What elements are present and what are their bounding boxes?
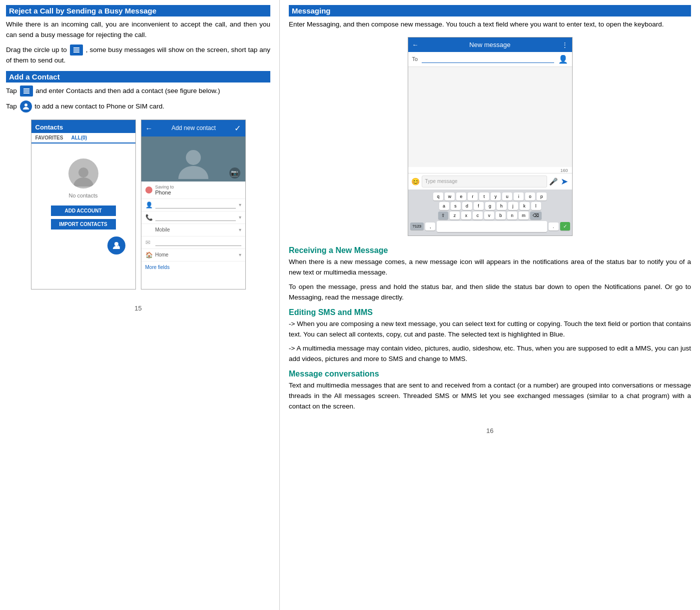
msg-char-count: 160 — [408, 167, 572, 173]
add-contact-para2: Tap to add a new contact to Phone or SIM… — [6, 100, 270, 112]
section-reject-call: Reject a Call by Sending a Busy Message … — [6, 5, 270, 66]
receiving-para1: When there is a new message comes, a new… — [289, 257, 691, 278]
key-i[interactable]: i — [514, 192, 524, 200]
contacts-screen-title: Contacts — [35, 124, 63, 131]
key-s[interactable]: s — [451, 202, 461, 210]
key-b[interactable]: b — [496, 212, 506, 220]
key-u[interactable]: u — [502, 192, 512, 200]
add-contact-avatar-area: 📷 — [141, 136, 245, 182]
add-account-button[interactable]: ADD ACCOUNT — [51, 206, 116, 216]
back-arrow-icon[interactable]: ← — [145, 124, 153, 132]
keyboard-row-3: ⇧ z x c v b n m ⌫ — [410, 212, 570, 220]
msg-type-input[interactable]: Type message — [422, 176, 547, 188]
msg-to-row: To 👤 — [408, 52, 572, 67]
key-n[interactable]: n — [507, 212, 517, 220]
left-column: Reject a Call by Sending a Busy Message … — [0, 0, 280, 610]
contacts-body: No contacts ADD ACCOUNT IMPORT CONTACTS — [31, 144, 135, 260]
svg-point-11 — [186, 150, 201, 165]
msg-mic-icon[interactable]: 🎤 — [549, 178, 558, 186]
import-contacts-button[interactable]: IMPORT CONTACTS — [51, 219, 116, 230]
left-page-number: 15 — [6, 304, 270, 317]
name-field-icon: 👤 — [145, 202, 152, 208]
phone-field-icon: 📞 — [145, 214, 152, 221]
msg-body-area — [408, 67, 572, 167]
email-input[interactable] — [155, 239, 241, 246]
msg-to-input[interactable] — [422, 55, 554, 63]
msg-to-person-icon[interactable]: 👤 — [558, 54, 568, 64]
camera-icon[interactable]: 📷 — [229, 168, 240, 178]
msg-menu-icon[interactable]: ⋮ — [562, 41, 568, 48]
message-conversations-title: Message conversations — [289, 370, 691, 378]
key-enter[interactable]: ✓ — [560, 222, 570, 230]
keyboard-area: q w e r t y u i o p a s d — [408, 190, 572, 236]
key-comma[interactable]: , — [425, 222, 435, 230]
key-q[interactable]: q — [433, 192, 443, 200]
keyboard-row-2: a s d f g h j k l — [410, 202, 570, 210]
key-num[interactable]: ?123 — [410, 222, 424, 230]
key-v[interactable]: v — [484, 212, 494, 220]
msg-emoji-icon[interactable]: 😊 — [411, 178, 420, 186]
favorites-tab[interactable]: FAVORITES — [31, 133, 67, 142]
key-period[interactable]: . — [549, 222, 559, 230]
key-x[interactable]: x — [461, 212, 471, 220]
msg-send-button[interactable]: ➤ — [560, 176, 569, 187]
key-space[interactable] — [437, 221, 547, 232]
phone-field-row: 📞 ▾ — [141, 212, 245, 224]
key-t[interactable]: t — [479, 192, 489, 200]
no-contacts-text: No contacts — [68, 192, 97, 198]
home-label: Home — [155, 252, 169, 258]
add-contact-header: ← Add new contact ✓ — [141, 120, 245, 136]
check-icon[interactable]: ✓ — [234, 124, 241, 133]
add-contact-para1: Tap and enter Contacts and then add a co… — [6, 86, 270, 96]
key-f[interactable]: f — [474, 202, 484, 210]
messaging-screenshot: ← New message ⋮ To 👤 160 😊 Type message — [408, 37, 573, 236]
key-w[interactable]: w — [445, 192, 455, 200]
keyboard-row-4: ?123 , . ✓ — [410, 221, 570, 232]
email-field-row: ✉ — [141, 236, 245, 249]
key-d[interactable]: d — [462, 202, 472, 210]
phone-input[interactable] — [155, 214, 236, 221]
key-backspace[interactable]: ⌫ — [530, 212, 542, 220]
key-k[interactable]: k — [520, 202, 530, 210]
key-a[interactable]: a — [439, 202, 449, 210]
key-e[interactable]: e — [456, 192, 466, 200]
key-z[interactable]: z — [450, 212, 460, 220]
name-input[interactable] — [155, 202, 236, 208]
svg-rect-5 — [23, 92, 29, 94]
name-field-row: 👤 ▾ — [141, 199, 245, 212]
key-p[interactable]: p — [537, 192, 547, 200]
key-c[interactable]: c — [473, 212, 483, 220]
key-g[interactable]: g — [485, 202, 495, 210]
key-l[interactable]: l — [531, 202, 541, 210]
add-new-contact-title: Add new contact — [171, 124, 216, 132]
more-fields-link[interactable]: More fields — [141, 262, 245, 273]
messaging-screenshot-container: ← New message ⋮ To 👤 160 😊 Type message — [289, 37, 691, 236]
reject-call-para1: While there is an incoming call, you are… — [6, 20, 270, 40]
key-r[interactable]: r — [468, 192, 478, 200]
key-o[interactable]: o — [525, 192, 535, 200]
add-contact-fab[interactable] — [107, 236, 125, 254]
saving-to-row: Saving to Phone — [141, 182, 245, 199]
svg-point-6 — [24, 104, 27, 106]
receiving-para2: To open the message, press and hold the … — [289, 282, 691, 303]
saving-to-label: Saving to — [155, 184, 174, 190]
contacts-screen-header: Contacts — [31, 120, 135, 133]
reject-call-para2: Drag the circle up to , some busy messag… — [6, 44, 270, 66]
key-shift[interactable]: ⇧ — [438, 212, 448, 220]
reject-call-title: Reject a Call by Sending a Busy Message — [6, 5, 270, 16]
key-j[interactable]: j — [508, 202, 518, 210]
key-m[interactable]: m — [519, 212, 529, 220]
section-messaging: Messaging Enter Messaging, and then comp… — [289, 5, 691, 30]
key-y[interactable]: y — [491, 192, 501, 200]
all-tab[interactable]: ALL(0) — [67, 133, 91, 144]
svg-rect-3 — [23, 88, 29, 90]
add-contact-para2-prefix: Tap — [6, 102, 17, 110]
msg-back-arrow[interactable]: ← — [412, 41, 419, 48]
msg-to-label: To — [412, 56, 418, 62]
svg-rect-4 — [23, 90, 29, 92]
key-h[interactable]: h — [497, 202, 507, 210]
messaging-para1: Enter Messaging, and then compose new me… — [289, 20, 691, 30]
saving-to-value: Phone — [155, 190, 174, 196]
email-field-icon: ✉ — [145, 239, 152, 246]
section-receiving: Receiving a New Message When there is a … — [289, 246, 691, 303]
